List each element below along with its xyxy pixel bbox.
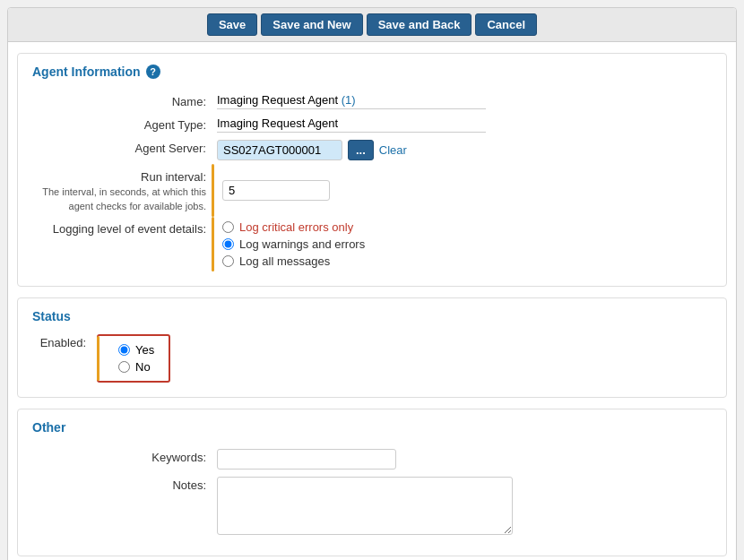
logging-orange-bar	[212, 217, 214, 271]
agent-information-section: Agent Information ? Name: Imaging Reques…	[17, 53, 727, 287]
enabled-label: Enabled:	[32, 334, 86, 349]
yes-label: Yes	[135, 343, 154, 357]
agent-type-value-cell: Imaging Request Agent	[212, 113, 712, 136]
agent-server-controls: ... Clear	[217, 140, 706, 160]
run-interval-label-cell: Run interval: The interval, in seconds, …	[32, 164, 212, 217]
no-label: No	[135, 360, 151, 374]
log-critical-option[interactable]: Log critical errors only	[222, 220, 706, 234]
clear-link[interactable]: Clear	[379, 143, 407, 157]
keywords-label: Keywords:	[32, 445, 212, 473]
log-all-option[interactable]: Log all messages	[222, 254, 706, 268]
main-container: Save Save and New Save and Back Cancel A…	[7, 7, 737, 560]
log-critical-radio[interactable]	[222, 221, 234, 233]
status-label: Status	[32, 309, 71, 323]
notes-row: Notes:	[32, 473, 712, 541]
agent-information-label: Agent Information	[32, 65, 141, 79]
save-button[interactable]: Save	[207, 13, 257, 36]
run-interval-input[interactable]	[222, 180, 330, 201]
help-icon[interactable]: ?	[146, 65, 160, 79]
no-radio[interactable]	[118, 361, 130, 373]
other-title: Other	[32, 420, 712, 435]
name-row: Name: Imaging Request Agent (1)	[32, 90, 712, 113]
cancel-button[interactable]: Cancel	[475, 13, 537, 36]
agent-type-value: Imaging Request Agent	[217, 116, 486, 133]
notes-value-cell	[212, 473, 712, 541]
log-all-label: Log all messages	[239, 254, 330, 268]
save-and-new-button[interactable]: Save and New	[261, 13, 362, 36]
other-form: Keywords: Notes:	[32, 445, 712, 541]
enabled-row: Enabled: Yes No	[32, 334, 712, 383]
agent-server-label: Agent Server:	[32, 136, 212, 164]
agent-server-input[interactable]	[217, 140, 342, 160]
keywords-row: Keywords:	[32, 445, 712, 473]
name-label: Name:	[32, 90, 212, 113]
keywords-input[interactable]	[217, 449, 396, 470]
toolbar: Save Save and New Save and Back Cancel	[8, 8, 736, 42]
agent-server-value-cell: ... Clear	[212, 136, 712, 164]
name-value: Imaging Request Agent (1)	[217, 93, 486, 109]
logging-radio-group: Log critical errors only Log warnings an…	[222, 220, 706, 268]
yes-option[interactable]: Yes	[118, 343, 154, 357]
other-label: Other	[32, 420, 65, 435]
agent-server-row: Agent Server: ... Clear	[32, 136, 712, 164]
save-and-back-button[interactable]: Save and Back	[367, 13, 472, 36]
log-warnings-label: Log warnings and errors	[239, 237, 365, 251]
status-title: Status	[32, 309, 712, 323]
run-interval-desc: The interval, in seconds, at which this …	[38, 185, 206, 213]
logging-value-cell: Log critical errors only Log warnings an…	[212, 217, 712, 271]
log-warnings-option[interactable]: Log warnings and errors	[222, 237, 706, 251]
run-interval-row: Run interval: The interval, in seconds, …	[32, 164, 712, 217]
run-interval-value-cell	[212, 164, 712, 217]
agent-info-form: Name: Imaging Request Agent (1) Agent Ty…	[32, 90, 712, 271]
orange-bar	[212, 164, 214, 217]
agent-information-title: Agent Information ?	[32, 65, 712, 79]
enabled-radio-group: Yes No	[118, 343, 154, 374]
status-highlight-box: Yes No	[97, 334, 170, 383]
notes-label: Notes:	[32, 473, 212, 541]
logging-row: Logging level of event details: Log crit…	[32, 217, 712, 271]
ellipsis-button[interactable]: ...	[348, 140, 374, 160]
agent-type-row: Agent Type: Imaging Request Agent	[32, 113, 712, 136]
no-option[interactable]: No	[118, 360, 154, 374]
run-interval-main-label: Run interval:	[38, 169, 206, 185]
log-all-radio[interactable]	[222, 255, 234, 267]
other-section: Other Keywords: Notes:	[17, 409, 727, 556]
log-critical-label: Log critical errors only	[239, 220, 353, 234]
status-section: Status Enabled: Yes No	[17, 297, 727, 398]
keywords-value-cell	[212, 445, 712, 473]
yes-radio[interactable]	[118, 344, 130, 356]
notes-textarea[interactable]	[217, 477, 513, 535]
log-warnings-radio[interactable]	[222, 238, 234, 250]
name-count[interactable]: (1)	[342, 93, 356, 107]
logging-label: Logging level of event details:	[32, 217, 212, 271]
status-orange-bar	[97, 336, 99, 381]
agent-type-label: Agent Type:	[32, 113, 212, 136]
name-value-cell: Imaging Request Agent (1)	[212, 90, 712, 113]
